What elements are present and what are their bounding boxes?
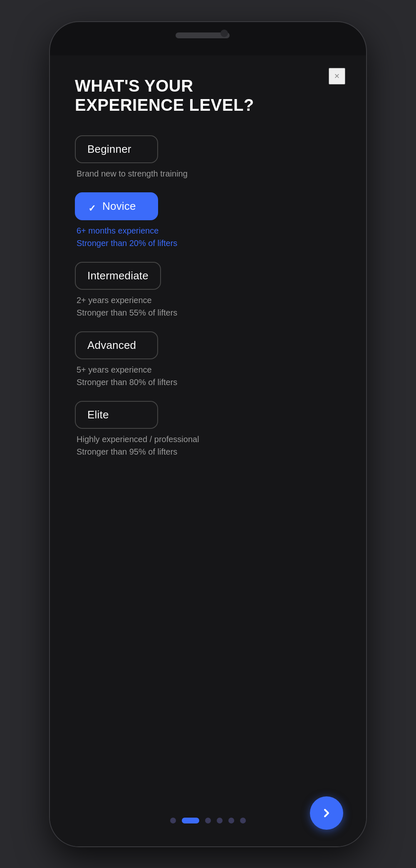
elite-button[interactable]: Elite (75, 401, 158, 429)
beginner-description: Brand new to strength training (75, 167, 341, 180)
novice-description: 6+ months experience Stronger than 20% o… (75, 224, 341, 249)
dot-5 (240, 818, 246, 823)
dot-3 (217, 818, 223, 823)
elite-description: Highly experienced / professional Strong… (75, 433, 341, 458)
option-elite: Elite Highly experienced / professional … (75, 401, 341, 458)
intermediate-button[interactable]: Intermediate (75, 262, 161, 290)
dot-2 (205, 818, 211, 823)
beginner-button[interactable]: Beginner (75, 135, 158, 163)
advanced-label: Advanced (87, 339, 136, 352)
camera-dot (220, 30, 228, 37)
status-bar (50, 22, 366, 55)
option-advanced: Advanced 5+ years experience Stronger th… (75, 331, 341, 388)
novice-button[interactable]: Novice (75, 192, 158, 220)
intermediate-description: 2+ years experience Stronger than 55% of… (75, 294, 341, 319)
arrow-right-icon (320, 806, 333, 820)
intermediate-label: Intermediate (87, 269, 149, 282)
advanced-button[interactable]: Advanced (75, 331, 158, 359)
phone-frame: × WHAT'S YOUR EXPERIENCE LEVEL? Beginner… (50, 22, 366, 846)
advanced-description: 5+ years experience Stronger than 80% of… (75, 363, 341, 388)
page-title: WHAT'S YOUR EXPERIENCE LEVEL? (75, 76, 283, 114)
check-icon (87, 201, 97, 211)
option-intermediate: Intermediate 2+ years experience Stronge… (75, 262, 341, 319)
close-button[interactable]: × (329, 68, 345, 85)
next-button[interactable] (310, 796, 343, 830)
option-beginner: Beginner Brand new to strength training (75, 135, 341, 180)
novice-label: Novice (102, 200, 136, 213)
options-list: Beginner Brand new to strength training … (75, 135, 341, 458)
dot-4 (228, 818, 234, 823)
dot-0 (170, 818, 176, 823)
elite-label: Elite (87, 408, 109, 421)
dot-1-active (182, 818, 199, 823)
beginner-label: Beginner (87, 143, 131, 156)
screen: × WHAT'S YOUR EXPERIENCE LEVEL? Beginner… (50, 55, 366, 846)
option-novice: Novice 6+ months experience Stronger tha… (75, 192, 341, 249)
